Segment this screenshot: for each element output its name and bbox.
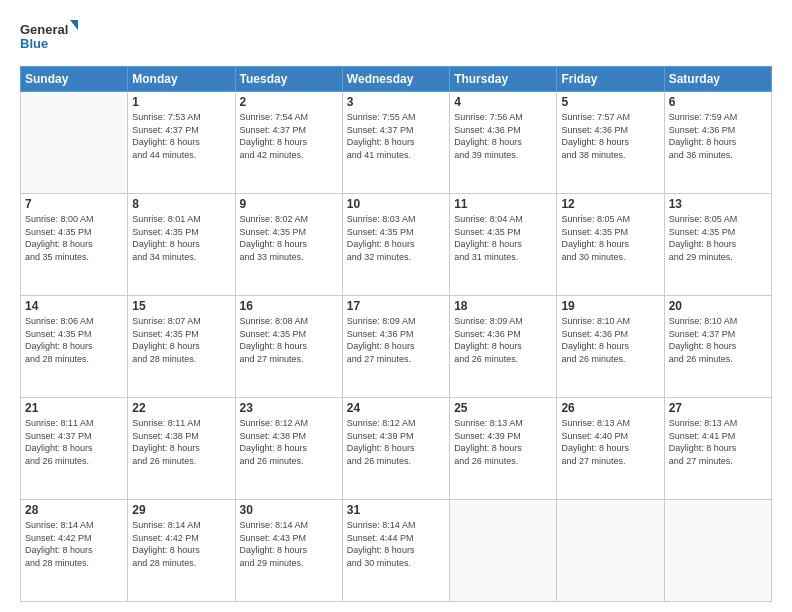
calendar-cell: 2Sunrise: 7:54 AM Sunset: 4:37 PM Daylig… — [235, 92, 342, 194]
calendar-cell: 24Sunrise: 8:12 AM Sunset: 4:39 PM Dayli… — [342, 398, 449, 500]
day-number: 19 — [561, 299, 659, 313]
day-info: Sunrise: 7:53 AM Sunset: 4:37 PM Dayligh… — [132, 111, 230, 161]
logo-svg: General Blue — [20, 18, 80, 58]
day-number: 4 — [454, 95, 552, 109]
calendar-cell: 29Sunrise: 8:14 AM Sunset: 4:42 PM Dayli… — [128, 500, 235, 602]
day-info: Sunrise: 8:07 AM Sunset: 4:35 PM Dayligh… — [132, 315, 230, 365]
day-info: Sunrise: 8:00 AM Sunset: 4:35 PM Dayligh… — [25, 213, 123, 263]
day-number: 21 — [25, 401, 123, 415]
day-number: 15 — [132, 299, 230, 313]
calendar-cell: 10Sunrise: 8:03 AM Sunset: 4:35 PM Dayli… — [342, 194, 449, 296]
weekday-thursday: Thursday — [450, 67, 557, 92]
calendar-cell: 7Sunrise: 8:00 AM Sunset: 4:35 PM Daylig… — [21, 194, 128, 296]
calendar-cell: 15Sunrise: 8:07 AM Sunset: 4:35 PM Dayli… — [128, 296, 235, 398]
header: General Blue — [20, 18, 772, 58]
svg-marker-2 — [70, 20, 78, 30]
svg-text:Blue: Blue — [20, 36, 48, 51]
day-info: Sunrise: 8:02 AM Sunset: 4:35 PM Dayligh… — [240, 213, 338, 263]
day-info: Sunrise: 8:06 AM Sunset: 4:35 PM Dayligh… — [25, 315, 123, 365]
day-info: Sunrise: 8:04 AM Sunset: 4:35 PM Dayligh… — [454, 213, 552, 263]
week-row-2: 14Sunrise: 8:06 AM Sunset: 4:35 PM Dayli… — [21, 296, 772, 398]
calendar: SundayMondayTuesdayWednesdayThursdayFrid… — [20, 66, 772, 602]
weekday-sunday: Sunday — [21, 67, 128, 92]
day-info: Sunrise: 7:54 AM Sunset: 4:37 PM Dayligh… — [240, 111, 338, 161]
calendar-cell: 16Sunrise: 8:08 AM Sunset: 4:35 PM Dayli… — [235, 296, 342, 398]
calendar-cell: 4Sunrise: 7:56 AM Sunset: 4:36 PM Daylig… — [450, 92, 557, 194]
day-info: Sunrise: 7:59 AM Sunset: 4:36 PM Dayligh… — [669, 111, 767, 161]
calendar-cell: 19Sunrise: 8:10 AM Sunset: 4:36 PM Dayli… — [557, 296, 664, 398]
day-info: Sunrise: 8:12 AM Sunset: 4:38 PM Dayligh… — [240, 417, 338, 467]
day-number: 30 — [240, 503, 338, 517]
week-row-1: 7Sunrise: 8:00 AM Sunset: 4:35 PM Daylig… — [21, 194, 772, 296]
day-info: Sunrise: 8:05 AM Sunset: 4:35 PM Dayligh… — [561, 213, 659, 263]
day-number: 9 — [240, 197, 338, 211]
day-number: 25 — [454, 401, 552, 415]
day-number: 27 — [669, 401, 767, 415]
day-info: Sunrise: 8:10 AM Sunset: 4:37 PM Dayligh… — [669, 315, 767, 365]
weekday-monday: Monday — [128, 67, 235, 92]
day-number: 1 — [132, 95, 230, 109]
day-info: Sunrise: 8:08 AM Sunset: 4:35 PM Dayligh… — [240, 315, 338, 365]
day-number: 13 — [669, 197, 767, 211]
calendar-cell: 13Sunrise: 8:05 AM Sunset: 4:35 PM Dayli… — [664, 194, 771, 296]
svg-text:General: General — [20, 22, 68, 37]
day-number: 17 — [347, 299, 445, 313]
day-number: 14 — [25, 299, 123, 313]
week-row-3: 21Sunrise: 8:11 AM Sunset: 4:37 PM Dayli… — [21, 398, 772, 500]
day-number: 6 — [669, 95, 767, 109]
week-row-0: 1Sunrise: 7:53 AM Sunset: 4:37 PM Daylig… — [21, 92, 772, 194]
logo: General Blue — [20, 18, 80, 58]
day-info: Sunrise: 7:56 AM Sunset: 4:36 PM Dayligh… — [454, 111, 552, 161]
day-number: 24 — [347, 401, 445, 415]
calendar-cell: 14Sunrise: 8:06 AM Sunset: 4:35 PM Dayli… — [21, 296, 128, 398]
day-number: 20 — [669, 299, 767, 313]
day-info: Sunrise: 8:09 AM Sunset: 4:36 PM Dayligh… — [347, 315, 445, 365]
day-number: 5 — [561, 95, 659, 109]
calendar-cell: 28Sunrise: 8:14 AM Sunset: 4:42 PM Dayli… — [21, 500, 128, 602]
calendar-cell: 11Sunrise: 8:04 AM Sunset: 4:35 PM Dayli… — [450, 194, 557, 296]
day-info: Sunrise: 8:13 AM Sunset: 4:39 PM Dayligh… — [454, 417, 552, 467]
day-info: Sunrise: 8:14 AM Sunset: 4:42 PM Dayligh… — [25, 519, 123, 569]
day-info: Sunrise: 7:57 AM Sunset: 4:36 PM Dayligh… — [561, 111, 659, 161]
calendar-cell: 6Sunrise: 7:59 AM Sunset: 4:36 PM Daylig… — [664, 92, 771, 194]
day-info: Sunrise: 8:13 AM Sunset: 4:40 PM Dayligh… — [561, 417, 659, 467]
day-info: Sunrise: 8:09 AM Sunset: 4:36 PM Dayligh… — [454, 315, 552, 365]
day-number: 8 — [132, 197, 230, 211]
day-number: 29 — [132, 503, 230, 517]
weekday-friday: Friday — [557, 67, 664, 92]
day-info: Sunrise: 8:05 AM Sunset: 4:35 PM Dayligh… — [669, 213, 767, 263]
day-number: 16 — [240, 299, 338, 313]
day-info: Sunrise: 8:03 AM Sunset: 4:35 PM Dayligh… — [347, 213, 445, 263]
calendar-cell: 17Sunrise: 8:09 AM Sunset: 4:36 PM Dayli… — [342, 296, 449, 398]
calendar-cell: 21Sunrise: 8:11 AM Sunset: 4:37 PM Dayli… — [21, 398, 128, 500]
calendar-cell: 25Sunrise: 8:13 AM Sunset: 4:39 PM Dayli… — [450, 398, 557, 500]
day-number: 26 — [561, 401, 659, 415]
weekday-tuesday: Tuesday — [235, 67, 342, 92]
calendar-cell: 12Sunrise: 8:05 AM Sunset: 4:35 PM Dayli… — [557, 194, 664, 296]
calendar-cell: 23Sunrise: 8:12 AM Sunset: 4:38 PM Dayli… — [235, 398, 342, 500]
calendar-cell: 22Sunrise: 8:11 AM Sunset: 4:38 PM Dayli… — [128, 398, 235, 500]
calendar-cell: 9Sunrise: 8:02 AM Sunset: 4:35 PM Daylig… — [235, 194, 342, 296]
calendar-cell: 20Sunrise: 8:10 AM Sunset: 4:37 PM Dayli… — [664, 296, 771, 398]
week-row-4: 28Sunrise: 8:14 AM Sunset: 4:42 PM Dayli… — [21, 500, 772, 602]
weekday-header-row: SundayMondayTuesdayWednesdayThursdayFrid… — [21, 67, 772, 92]
day-number: 7 — [25, 197, 123, 211]
page: General Blue SundayMondayTuesdayWednesda… — [0, 0, 792, 612]
day-info: Sunrise: 8:11 AM Sunset: 4:38 PM Dayligh… — [132, 417, 230, 467]
calendar-cell: 26Sunrise: 8:13 AM Sunset: 4:40 PM Dayli… — [557, 398, 664, 500]
day-info: Sunrise: 8:01 AM Sunset: 4:35 PM Dayligh… — [132, 213, 230, 263]
calendar-cell: 1Sunrise: 7:53 AM Sunset: 4:37 PM Daylig… — [128, 92, 235, 194]
day-info: Sunrise: 8:12 AM Sunset: 4:39 PM Dayligh… — [347, 417, 445, 467]
day-number: 10 — [347, 197, 445, 211]
calendar-cell — [557, 500, 664, 602]
day-number: 11 — [454, 197, 552, 211]
day-number: 12 — [561, 197, 659, 211]
day-number: 18 — [454, 299, 552, 313]
calendar-cell — [664, 500, 771, 602]
calendar-cell: 30Sunrise: 8:14 AM Sunset: 4:43 PM Dayli… — [235, 500, 342, 602]
calendar-cell: 31Sunrise: 8:14 AM Sunset: 4:44 PM Dayli… — [342, 500, 449, 602]
calendar-cell: 8Sunrise: 8:01 AM Sunset: 4:35 PM Daylig… — [128, 194, 235, 296]
day-info: Sunrise: 8:13 AM Sunset: 4:41 PM Dayligh… — [669, 417, 767, 467]
day-number: 2 — [240, 95, 338, 109]
day-number: 28 — [25, 503, 123, 517]
